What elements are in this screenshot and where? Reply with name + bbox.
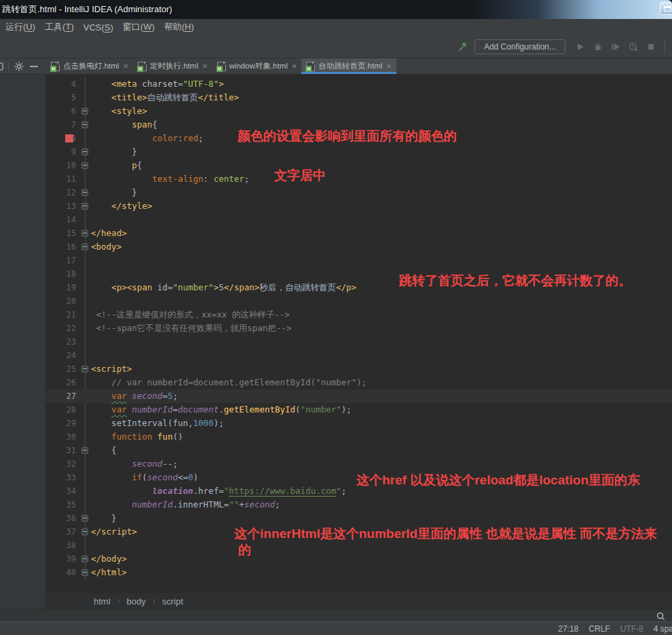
code-line-5[interactable]: 5 <title>自动跳转首页</title> [46, 91, 672, 104]
tab-3[interactable]: Hwindow对象.html× [212, 58, 302, 74]
code-text[interactable]: </script> [91, 525, 137, 539]
code-line-11[interactable]: 11 text-align: center; [46, 172, 672, 186]
code-text[interactable]: <!--span它不是没有任何效果吗，就用span把--> [91, 322, 291, 335]
code-text[interactable]: color:red; [91, 132, 204, 145]
code-line-18[interactable]: 18 [46, 267, 672, 281]
indent-indicator[interactable]: 4 spa [654, 624, 672, 634]
code-text[interactable]: p{ [91, 159, 142, 172]
fold-marker-icon[interactable] [81, 108, 88, 115]
add-configuration-button[interactable]: Add Configuration... [474, 39, 565, 54]
gutter[interactable]: 8 [46, 132, 91, 145]
code-text[interactable]: <style> [91, 104, 147, 118]
code-line-17[interactable]: 17 [46, 254, 672, 267]
menu-item-H[interactable]: 帮助(H) [160, 21, 199, 33]
close-icon[interactable]: × [386, 62, 392, 71]
breadcrumb-script[interactable]: script [160, 596, 186, 607]
tab-1[interactable]: H点击换电灯.html× [46, 58, 133, 74]
code-text[interactable]: <script> [91, 362, 132, 376]
gutter[interactable]: 32 [46, 457, 91, 471]
code-text[interactable]: second--; [91, 457, 178, 471]
coverage-icon[interactable] [610, 41, 621, 52]
fold-marker-icon[interactable] [81, 447, 88, 454]
code-editor[interactable]: 4 <meta charset="UTF-8">5 <title>自动跳转首页<… [46, 75, 672, 593]
close-icon[interactable]: × [202, 62, 208, 71]
gutter[interactable]: 40 [46, 566, 91, 579]
search-magnifier-icon[interactable] [656, 612, 665, 621]
build-hammer-icon[interactable] [457, 41, 468, 52]
gutter[interactable]: 25 [46, 362, 91, 376]
code-text[interactable]: } [91, 145, 137, 159]
code-line-12[interactable]: 12 } [46, 186, 672, 199]
gutter[interactable]: 35 [46, 498, 91, 512]
gutter[interactable]: 37 [46, 525, 91, 539]
breadcrumb-html[interactable]: html [91, 596, 113, 607]
gutter[interactable]: 18 [46, 267, 91, 281]
code-text[interactable]: location.href="https://www.baidu.com"; [91, 484, 346, 498]
hide-panel-minus-icon[interactable] [30, 66, 38, 67]
gutter[interactable]: 22 [46, 322, 91, 335]
code-line-31[interactable]: 31 { [46, 444, 672, 457]
gutter[interactable]: 13 [46, 199, 91, 213]
code-line-29[interactable]: 29 setInterval(fun,1000); [46, 417, 672, 430]
code-line-39[interactable]: 39</body> [46, 552, 672, 566]
close-icon[interactable]: × [291, 62, 297, 71]
gutter[interactable]: 31 [46, 444, 91, 457]
code-line-8[interactable]: 8 color:red; [46, 132, 672, 145]
code-text[interactable]: { [91, 444, 117, 457]
code-text[interactable]: text-align: center; [91, 172, 249, 186]
stop-icon[interactable] [646, 41, 656, 52]
gutter[interactable]: 39 [46, 552, 91, 566]
code-line-7[interactable]: 7 span{ [46, 118, 672, 132]
gutter[interactable]: 28 [46, 403, 91, 417]
fold-marker-icon[interactable] [81, 569, 88, 576]
gutter[interactable]: 30 [46, 430, 91, 444]
debug-icon[interactable] [593, 41, 603, 52]
project-tool-window[interactable] [0, 75, 46, 609]
fold-marker-icon[interactable] [81, 230, 88, 237]
code-line-24[interactable]: 24 [46, 349, 672, 362]
gutter[interactable]: 15 [46, 227, 91, 240]
code-text[interactable]: var second=5; [91, 389, 178, 403]
code-text[interactable]: span{ [91, 118, 157, 132]
code-text[interactable]: <title>自动跳转首页</title> [91, 91, 239, 104]
gutter[interactable]: 21 [46, 308, 91, 322]
code-text[interactable]: <body> [91, 240, 122, 254]
code-line-19[interactable]: 19 <p><span id="number">5</span>秒后，自动跳转首… [46, 281, 672, 294]
gutter[interactable]: 14 [46, 213, 91, 227]
gutter[interactable]: 10 [46, 159, 91, 172]
code-line-14[interactable]: 14 [46, 213, 672, 227]
code-text[interactable]: <!--这里是键值对的形式，xx=xx 的这种样子--> [91, 308, 290, 322]
tool-window-icon-partial[interactable] [0, 62, 3, 71]
code-line-38[interactable]: 38 [46, 539, 672, 552]
code-line-6[interactable]: 6 <style> [46, 104, 672, 118]
restore-button[interactable] [660, 2, 672, 15]
code-text[interactable]: </head> [91, 227, 127, 240]
code-text[interactable]: </body> [91, 552, 127, 566]
fold-marker-icon[interactable] [81, 203, 88, 210]
gutter[interactable]: 29 [46, 417, 91, 430]
code-text[interactable]: </html> [91, 566, 127, 579]
code-line-34[interactable]: 34 location.href="https://www.baidu.com"… [46, 484, 672, 498]
fold-marker-icon[interactable] [81, 121, 88, 128]
fold-marker-icon[interactable] [81, 189, 88, 196]
code-text[interactable]: // var numberId=document.getElementById(… [91, 376, 367, 389]
code-text[interactable]: <p><span id="number">5</span>秒后，自动跳转首页</… [91, 281, 356, 294]
code-line-26[interactable]: 26 // var numberId=document.getElementBy… [46, 376, 672, 389]
code-line-32[interactable]: 32 second--; [46, 457, 672, 471]
gutter[interactable]: 38 [46, 539, 91, 552]
close-icon[interactable]: × [122, 62, 128, 71]
breakpoint-icon[interactable] [65, 134, 73, 142]
code-text[interactable]: } [91, 186, 137, 199]
code-line-10[interactable]: 10 p{ [46, 159, 672, 172]
code-line-4[interactable]: 4 <meta charset="UTF-8"> [46, 77, 672, 91]
fold-marker-icon[interactable] [81, 149, 88, 155]
line-separator-indicator[interactable]: CRLF [589, 624, 610, 634]
gutter[interactable]: 4 [46, 77, 91, 91]
gutter[interactable]: 9 [46, 145, 91, 159]
gutter[interactable]: 7 [46, 118, 91, 132]
code-text[interactable]: <meta charset="UTF-8"> [91, 77, 224, 91]
fold-marker-icon[interactable] [81, 162, 88, 169]
code-line-23[interactable]: 23 [46, 335, 672, 349]
gutter[interactable]: 23 [46, 335, 91, 349]
gutter[interactable]: 34 [46, 484, 91, 498]
